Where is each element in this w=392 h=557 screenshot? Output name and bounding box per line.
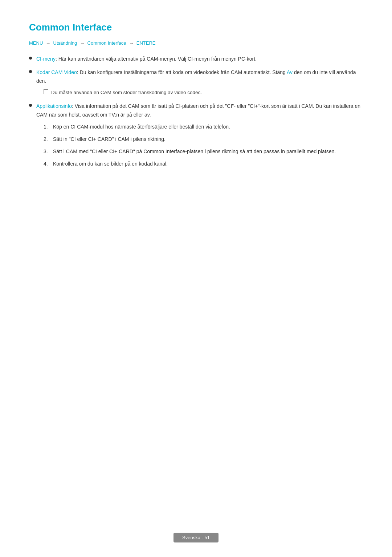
- checkbox-icon: [44, 89, 48, 94]
- sub-note-text: Du måste använda en CAM som stöder trans…: [51, 89, 202, 97]
- ordered-item: 1. Köp en CI CAM-modul hos närmaste åter…: [44, 123, 363, 131]
- link-ci-meny: CI-meny: [36, 56, 56, 62]
- breadcrumb-sep1: →: [46, 40, 50, 46]
- ordered-num: 4.: [44, 160, 50, 168]
- bullet-list: CI-meny: Här kan användaren välja altern…: [29, 55, 363, 172]
- main-content: CI-meny: Här kan användaren välja altern…: [29, 55, 363, 172]
- bullet-text-1: : Här kan användaren välja alternativ på…: [56, 56, 257, 62]
- ordered-text: Kontrollera om du kan se bilder på en ko…: [53, 160, 363, 168]
- ordered-num: 3.: [44, 147, 50, 156]
- list-item: Kodar CAM Video: Du kan konfigurera inst…: [29, 68, 363, 97]
- page-number-badge: Svenska - 51: [173, 533, 219, 542]
- bullet-text: CI-meny: Här kan användaren välja altern…: [36, 55, 363, 64]
- list-item: Applikationsinfo: Visa information på de…: [29, 102, 363, 172]
- page: Common Interface MENU → Utsändning → Com…: [0, 0, 392, 557]
- ordered-item: 2. Sätt in "CI eller CI+ CARD" i CAM i p…: [44, 135, 363, 144]
- breadcrumb: MENU → Utsändning → Common Interface → E…: [29, 40, 363, 47]
- sub-note: Du måste använda en CAM som stöder trans…: [44, 89, 363, 97]
- breadcrumb-item2: Common Interface: [87, 40, 126, 46]
- page-footer: Svenska - 51: [0, 533, 392, 542]
- breadcrumb-item1: Utsändning: [53, 40, 77, 46]
- bullet-text-3: : Visa information på det CAM som är isa…: [36, 103, 360, 118]
- bullet-dot: [29, 104, 32, 107]
- ordered-text: Köp en CI CAM-modul hos närmaste återför…: [53, 123, 363, 131]
- breadcrumb-sep2: →: [80, 40, 85, 46]
- link-applikationsinfo: Applikationsinfo: [36, 103, 72, 109]
- ordered-num: 2.: [44, 135, 50, 144]
- ordered-text: Sätt in "CI eller CI+ CARD" i CAM i pile…: [53, 135, 363, 143]
- ordered-num: 1.: [44, 123, 50, 131]
- link-av: Av: [287, 69, 293, 75]
- ordered-list: 1. Köp en CI CAM-modul hos närmaste åter…: [44, 123, 363, 168]
- link-kodar-cam: Kodar CAM Video: [36, 69, 77, 75]
- page-title: Common Interface: [29, 22, 363, 33]
- bullet-text: Kodar CAM Video: Du kan konfigurera inst…: [36, 68, 363, 97]
- ordered-item: 4. Kontrollera om du kan se bilder på en…: [44, 160, 363, 168]
- bullet-dot: [29, 70, 32, 73]
- bullet-dot: [29, 57, 32, 60]
- breadcrumb-item3: ENTERE: [136, 40, 156, 46]
- ordered-item: 3. Sätt i CAM med "CI eller CI+ CARD" på…: [44, 147, 363, 156]
- ordered-text: Sätt i CAM med "CI eller CI+ CARD" på Co…: [53, 147, 363, 155]
- bullet-text-2a: : Du kan konfigurera inställningarna för…: [77, 69, 287, 75]
- list-item: CI-meny: Här kan användaren välja altern…: [29, 55, 363, 64]
- breadcrumb-sep3: →: [129, 40, 134, 46]
- bullet-text: Applikationsinfo: Visa information på de…: [36, 102, 363, 172]
- breadcrumb-menu: MENU: [29, 40, 43, 46]
